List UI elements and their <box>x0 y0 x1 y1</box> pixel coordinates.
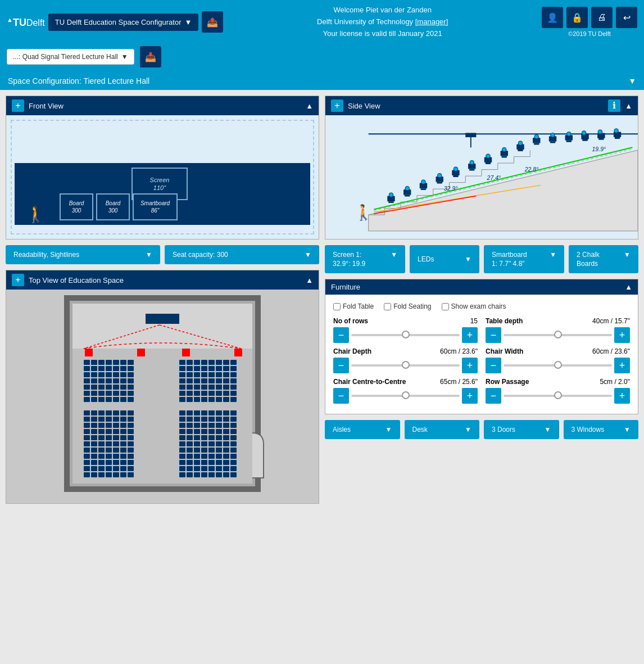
show-exam-chairs-checkbox-label[interactable]: Show exam chairs <box>442 302 506 310</box>
chevron-down-icon3: ▼ <box>146 251 152 259</box>
main-app-dropdown[interactable]: TU Delft Education Space Configurator ▼ <box>48 13 199 31</box>
svg-rect-313 <box>534 143 539 145</box>
svg-rect-183 <box>187 397 193 402</box>
leds-button[interactable]: LEDs ▼ <box>410 245 479 273</box>
svg-rect-56 <box>128 397 134 402</box>
top-view-add-button[interactable]: + <box>12 274 24 286</box>
doors-button[interactable]: 3 Doors ▼ <box>484 420 559 439</box>
chair-width-decrement[interactable]: − <box>486 358 501 373</box>
svg-rect-2 <box>72 304 252 349</box>
seat-capacity-button[interactable]: Seat capacity: 300 ▼ <box>165 245 319 264</box>
svg-rect-160 <box>194 378 200 383</box>
front-view-collapse-icon[interactable]: ▲ <box>306 102 313 110</box>
user-button[interactable]: 👤 <box>542 7 563 28</box>
svg-rect-225 <box>201 435 207 440</box>
manager-link[interactable]: [manager] <box>415 17 448 26</box>
chair-ctc-increment[interactable]: + <box>462 388 478 404</box>
svg-rect-163 <box>216 378 222 383</box>
chair-ctc-decrement[interactable]: − <box>333 388 349 404</box>
svg-rect-139 <box>216 360 222 365</box>
svg-rect-201 <box>201 417 207 422</box>
svg-rect-250 <box>208 454 215 459</box>
fold-seating-checkbox[interactable] <box>384 303 391 310</box>
row-passage-increment[interactable]: + <box>614 388 630 404</box>
print-button[interactable]: 🖨 <box>591 7 613 28</box>
svg-rect-122 <box>98 466 105 471</box>
svg-rect-80 <box>98 429 105 434</box>
svg-rect-75 <box>113 423 119 428</box>
svg-rect-214 <box>179 429 185 434</box>
side-view-canvas: 🚶 19.9° 22.8° 27.4° 32.9° <box>325 115 638 239</box>
lock-button[interactable]: 🔒 <box>566 7 588 28</box>
svg-rect-14 <box>128 360 134 365</box>
space-dropdown[interactable]: ...: Quad Signal Tiered Lecture Hall ▼ <box>7 49 134 65</box>
side-view-collapse-icon[interactable]: ▲ <box>625 102 632 110</box>
top-view-collapse-icon[interactable]: ▲ <box>306 276 313 284</box>
fold-table-checkbox-label[interactable]: Fold Table <box>333 302 374 310</box>
upload-button[interactable]: 📤 <box>202 11 223 33</box>
top-view-svg <box>56 292 269 500</box>
svg-rect-271 <box>187 472 193 477</box>
chair-depth-track[interactable] <box>351 364 460 367</box>
section-chevron-down-icon: ▼ <box>628 76 636 85</box>
aisles-button[interactable]: Aisles ▼ <box>325 420 400 439</box>
svg-rect-275 <box>216 472 222 477</box>
row-passage-decrement[interactable]: − <box>486 388 501 404</box>
fold-table-checkbox[interactable] <box>333 303 341 310</box>
chair-depth-decrement[interactable]: − <box>333 358 349 373</box>
svg-rect-254 <box>179 460 185 465</box>
svg-rect-234 <box>208 441 215 446</box>
chair-width-value: 60cm / 23.6" <box>592 347 630 355</box>
fold-seating-checkbox-label[interactable]: Fold Seating <box>384 302 431 310</box>
svg-rect-67 <box>106 417 112 422</box>
svg-rect-144 <box>194 366 200 371</box>
no-of-rows-decrement[interactable]: − <box>333 327 349 343</box>
svg-rect-182 <box>179 397 185 402</box>
smartboard-button[interactable]: Smartboard ▼ 1: 7.7" 4.8" <box>484 245 564 273</box>
desk-button[interactable]: Desk ▼ <box>405 420 480 439</box>
svg-rect-245 <box>230 448 237 453</box>
show-exam-chairs-checkbox[interactable] <box>442 303 449 310</box>
no-of-rows-increment[interactable]: + <box>462 327 478 343</box>
screen1-button[interactable]: Screen 1: ▼ 32.9°: 19.9 <box>325 245 405 273</box>
furniture-collapse-icon[interactable]: ▲ <box>625 283 632 291</box>
svg-rect-36 <box>84 385 90 390</box>
chair-ctc-track[interactable] <box>351 395 460 397</box>
table-depth-increment[interactable]: + <box>614 327 630 343</box>
front-view-add-button[interactable]: + <box>12 100 24 112</box>
chevron-down-icon4: ▼ <box>305 251 311 259</box>
table-depth-track[interactable] <box>504 334 612 336</box>
svg-rect-252 <box>223 454 229 459</box>
section-title: Space Configuration: Tiered Lecture Hall <box>8 76 149 85</box>
svg-rect-102 <box>106 448 112 453</box>
svg-rect-237 <box>230 441 237 446</box>
top-view-panel: + Top View of Education Space ▲ <box>6 270 319 504</box>
svg-rect-269 <box>230 466 237 471</box>
side-view-add-button[interactable]: + <box>331 100 343 112</box>
svg-rect-128 <box>91 472 97 477</box>
chair-width-track[interactable] <box>504 364 612 367</box>
table-depth-decrement[interactable]: − <box>486 327 501 343</box>
furniture-row1-labels: No of rows 15 − + Table <box>333 317 630 343</box>
download-button[interactable]: 📥 <box>140 46 161 67</box>
windows-button[interactable]: 3 Windows ▼ <box>564 420 639 439</box>
svg-rect-284 <box>465 133 476 138</box>
no-of-rows-track[interactable] <box>351 334 460 336</box>
readability-sightlines-button[interactable]: Readability, Sightlines ▼ <box>6 245 160 264</box>
chair-depth-increment[interactable]: + <box>462 358 478 373</box>
chalk-boards-button[interactable]: 2 Chalk ▼ Boards <box>569 245 638 273</box>
chevron-doors-icon: ▼ <box>545 426 551 433</box>
side-view-info-button[interactable]: ℹ <box>608 100 620 112</box>
svg-rect-158 <box>179 378 185 383</box>
logout-button[interactable]: ↩ <box>616 7 637 28</box>
no-of-rows-value: 15 <box>470 317 478 325</box>
svg-rect-259 <box>216 460 222 465</box>
chair-width-increment[interactable]: + <box>614 358 630 373</box>
right-action-bar: Screen 1: ▼ 32.9°: 19.9 LEDs ▼ Smartboar… <box>325 245 638 273</box>
furniture-panel: Furniture ▲ Fold Table Fold Seating Show… <box>325 279 638 414</box>
svg-rect-142 <box>179 366 185 371</box>
row-passage-track[interactable] <box>504 395 612 397</box>
svg-rect-135 <box>187 360 193 365</box>
right-column: + Side View ℹ ▲ <box>325 96 638 504</box>
svg-rect-96 <box>113 441 119 446</box>
